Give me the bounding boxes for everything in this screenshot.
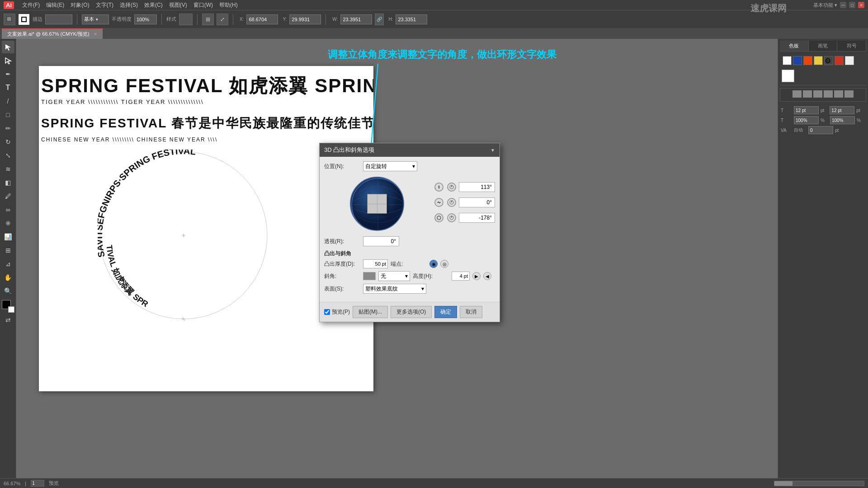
cap-closed-button[interactable]: ◎ (440, 260, 448, 268)
perspective-input[interactable] (363, 236, 399, 246)
horizontal-scrollbar[interactable] (774, 481, 864, 486)
tab-close-button[interactable]: ✕ (94, 32, 97, 37)
opacity-input[interactable] (134, 14, 157, 24)
baseline-input[interactable] (808, 126, 833, 134)
gradient-tool[interactable]: ◧ (2, 176, 14, 189)
position-dropdown[interactable]: 自定旋转 ▾ (363, 161, 417, 171)
close-button[interactable]: ✕ (858, 2, 864, 8)
window-controls: 基本功能 ▾ ─ □ ✕ (813, 2, 864, 9)
slice-tool[interactable]: ⊿ (2, 258, 14, 270)
stroke-dropdown[interactable] (45, 14, 72, 24)
x-coord-input[interactable] (246, 14, 278, 24)
align-left[interactable] (793, 90, 802, 98)
menu-select[interactable]: 选择(S) (117, 0, 141, 10)
surface-label: 表面(S): (324, 285, 360, 293)
align-right[interactable] (813, 90, 822, 98)
style-preview[interactable] (179, 14, 193, 25)
transform-icon[interactable]: ⤢ (217, 14, 228, 25)
bevel-height-label: 高度(H): (413, 272, 449, 280)
preview-checkbox[interactable] (324, 309, 330, 315)
ok-button[interactable]: 确定 (434, 306, 457, 318)
link-icon[interactable]: 🔗 (375, 14, 384, 25)
instruction-text: 调整立体角度来调整文字的角度，做出环形文字效果 (16, 48, 868, 61)
maximize-button[interactable]: □ (849, 2, 855, 8)
y-coord-input[interactable] (289, 14, 321, 24)
bevel-inside-button[interactable]: ▶ (472, 272, 481, 280)
menu-object[interactable]: 对象(O) (68, 0, 92, 10)
scale-tool[interactable]: ⤡ (2, 149, 14, 162)
menu-effect[interactable]: 效果(C) (142, 0, 165, 10)
blend-tool[interactable]: ∞ (2, 203, 14, 216)
line-tool[interactable]: / (2, 95, 14, 108)
bevel-dropdown[interactable]: 无 ▾ (378, 271, 410, 281)
menu-view[interactable]: 视图(V) (166, 0, 190, 10)
v-scale-input[interactable] (830, 116, 855, 124)
selection-tool-icon[interactable] (4, 14, 15, 25)
artboard-number[interactable] (31, 480, 44, 487)
menu-text[interactable]: 文字(T) (93, 0, 116, 10)
angle-1-input[interactable] (459, 182, 495, 192)
color-box[interactable] (2, 300, 14, 313)
svg-text:SAVITSEFGNIRPS·SPRING FESTIVAL: SAVITSEFGNIRPS·SPRING FESTIVAL (98, 150, 218, 258)
cap-open-button[interactable]: ◉ (429, 260, 438, 268)
rotate-tool[interactable]: ↻ (2, 136, 14, 148)
menu-help[interactable]: 帮助(H) (217, 0, 241, 10)
app-logo: Ai (4, 1, 14, 9)
more-options-button[interactable]: 更多选项(O) (391, 306, 432, 318)
warp-tool[interactable]: ≋ (2, 163, 14, 175)
map-button[interactable]: 贴图(M)... (353, 306, 388, 318)
bevel-swatch[interactable] (363, 272, 376, 280)
h-scale-input[interactable] (794, 116, 819, 124)
angle-1-knob[interactable] (447, 183, 456, 192)
menu-file[interactable]: 文件(F) (19, 0, 42, 10)
tracking-label: VA (781, 128, 792, 133)
angle-3-input[interactable] (459, 213, 495, 223)
basic-dropdown[interactable]: 基本 ▾ (82, 14, 109, 24)
stroke-fill-toggle[interactable]: ⇄ (2, 314, 14, 326)
artboard-tool[interactable]: ⊞ (2, 244, 14, 257)
align-icon[interactable]: ⊞ (202, 14, 214, 25)
dialog-expand-icon[interactable]: ▼ (491, 148, 495, 153)
w-coord-input[interactable] (340, 14, 372, 24)
separator1 (77, 14, 77, 25)
menu-edit[interactable]: 编辑(E) (43, 0, 67, 10)
align-bottom[interactable] (844, 90, 854, 98)
fill-swatch-large[interactable] (782, 70, 794, 82)
select-tool[interactable] (2, 41, 14, 53)
brush-tool[interactable]: ✏ (2, 122, 14, 135)
extrude-depth-input[interactable] (363, 259, 388, 268)
cancel-button[interactable]: 取消 (460, 306, 482, 318)
type-tool[interactable]: T (2, 81, 14, 94)
pen-tool[interactable]: ✒ (2, 68, 14, 80)
stroke-swatch[interactable] (18, 14, 30, 25)
rotation-widget[interactable] (350, 177, 404, 231)
font-size-input[interactable] (794, 106, 819, 114)
align-top[interactable] (824, 90, 833, 98)
hand-tool[interactable]: ✋ (2, 271, 14, 284)
font-size-label: T (781, 108, 792, 113)
zoom-percent: | (25, 481, 26, 486)
right-properties-panel: 色板 画笔 符号 ⚙ (778, 39, 868, 478)
rect-tool[interactable]: □ (2, 108, 14, 121)
symbol-tool[interactable]: ※ (2, 217, 14, 230)
minimize-button[interactable]: ─ (840, 2, 846, 8)
angle-2-knob[interactable] (447, 198, 456, 207)
angle-2-input[interactable] (459, 197, 495, 207)
zoom-tool[interactable]: 🔍 (2, 285, 14, 297)
align-center-v[interactable] (834, 90, 843, 98)
y-coord-label: Y: (283, 17, 287, 22)
graph-tool[interactable]: 📊 (2, 230, 14, 243)
h-coord-input[interactable] (396, 14, 427, 24)
document-tab[interactable]: 文案效果.ai* @ 66.67% (CMYK/预览) ✕ (2, 28, 103, 39)
bevel-outside-button[interactable]: ◀ (483, 272, 491, 280)
align-center-h[interactable] (803, 90, 812, 98)
bevel-height-input[interactable] (452, 272, 470, 281)
extrude-depth-row: 凸出厚度(D): 端点: ◉ ◎ (324, 259, 495, 268)
eyedropper-tool[interactable]: 🖉 (2, 190, 14, 202)
angle-3-knob[interactable] (447, 213, 456, 222)
leading-input[interactable] (830, 106, 854, 114)
dialog-title-bar[interactable]: 3D 凸出和斜角选项 ▼ (320, 143, 500, 157)
menu-window[interactable]: 窗口(W) (191, 0, 216, 10)
direct-select-tool[interactable] (2, 54, 14, 67)
surface-dropdown[interactable]: 塑料效果底纹 ▾ (363, 284, 426, 294)
